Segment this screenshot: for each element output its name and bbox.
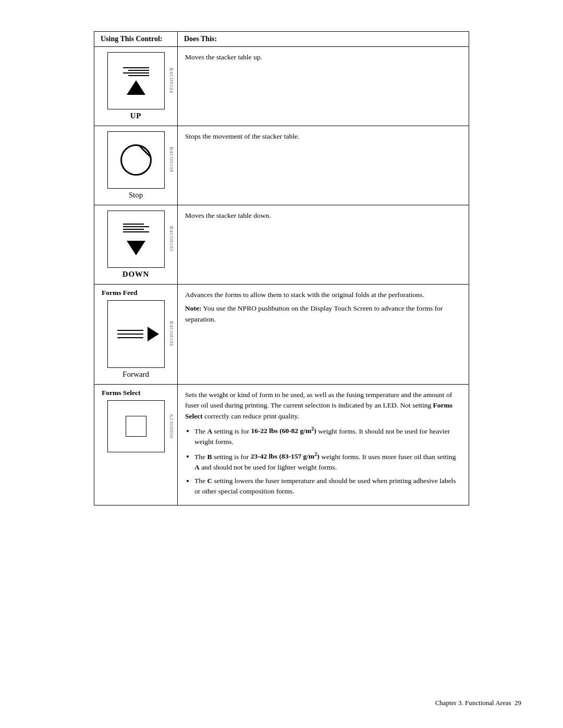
row-stop: R4CO0108 Stop Stops the movement of the … (94, 126, 469, 205)
forward-arrow-icon (148, 327, 159, 341)
down-image-wrapper: R4CO0105 (107, 211, 165, 268)
bullet-c-bold: C (207, 477, 212, 485)
forward-icon (108, 301, 164, 367)
bullet-a-bold: A (207, 427, 212, 435)
up-image-code: R4CO0104 (169, 52, 174, 109)
dline2 (123, 226, 149, 227)
dline4 (123, 231, 149, 232)
description-cell-forward: Advances the forms to allow them to stac… (178, 285, 469, 385)
bullet-c: The C setting lowers the fuser temperatu… (194, 476, 461, 497)
description-cell-down: Moves the stacker table down. (178, 205, 469, 285)
inner-square-shape (126, 416, 146, 437)
description-cell-stop: Stops the movement of the stacker table. (178, 126, 469, 205)
dline3 (123, 229, 144, 230)
dline1 (123, 224, 144, 225)
bullet-a: The A setting is for 16-22 lbs (60-82 g/… (194, 425, 461, 447)
fs-intro-text: Sets the weight or kind of form to be us… (185, 391, 452, 409)
control-cell-down: R4CO0105 DOWN (94, 205, 178, 285)
col-header-does: Does This: (178, 32, 469, 47)
forms-feed-section-label: Forms Feed (102, 289, 170, 297)
footer-page: 29 (515, 699, 521, 707)
forms-select-image-code: A23O0050 (169, 400, 174, 452)
fline3 (117, 337, 143, 338)
line3 (123, 72, 149, 73)
arrow-right-shape (148, 327, 159, 341)
down-icon (108, 211, 164, 267)
up-image-wrapper: R4CO0104 (107, 52, 165, 109)
line4 (128, 75, 149, 76)
forward-image-code: R4CO0100 (169, 300, 174, 368)
main-table: Using This Control: Does This: (94, 31, 469, 505)
forward-image-wrapper: R4CO0100 (107, 300, 165, 368)
row-forward: Forms Feed (94, 285, 469, 385)
forward-lines (117, 330, 143, 338)
page-footer: Chapter 3. Functional Areas 29 (435, 699, 521, 707)
down-control-image (107, 211, 165, 268)
fline1 (117, 330, 143, 331)
row-down: R4CO0105 DOWN Moves the stacker table do… (94, 205, 469, 285)
control-cell-forms-select: Forms Select A23O0050 (94, 385, 178, 505)
bullet-a-weight: 16-22 lbs (60-82 g/m2) (251, 427, 316, 435)
stop-description: Stops the movement of the stacker table. (185, 131, 461, 142)
forms-select-bullets: The A setting is for 16-22 lbs (60-82 g/… (194, 425, 461, 497)
forward-control-image (107, 300, 165, 368)
note-text: You use the NPRO pushbutton on the Displ… (185, 304, 443, 323)
bullet-b-super: 2 (314, 451, 317, 457)
up-icon (108, 53, 164, 109)
stop-image-code: R4CO0108 (169, 131, 174, 189)
up-label: UP (102, 112, 170, 120)
up-triangle (127, 80, 145, 95)
forms-select-icon (108, 401, 164, 452)
control-cell-stop: R4CO0108 Stop (94, 126, 178, 205)
fs-intro-end: correctly can reduce print quality. (203, 412, 299, 420)
forward-label: Forward (102, 370, 170, 379)
page-container: Using This Control: Does This: (0, 0, 563, 728)
forward-desc-note: Note: You use the NPRO pushbutton on the… (185, 303, 461, 325)
forms-select-section-label: Forms Select (102, 389, 170, 397)
bullet-b: The B setting is for 23-42 lbs (83-157 g… (194, 450, 461, 473)
line1 (123, 67, 149, 68)
control-cell-up: R4CO0104 UP (94, 47, 178, 126)
forward-desc-main: Advances the forms to allow them to stac… (185, 290, 461, 300)
stop-circle-icon (120, 144, 152, 176)
description-cell-up: Moves the stacker table up. (178, 47, 469, 126)
forms-select-image-wrapper: A23O0050 (107, 400, 165, 452)
description-cell-forms-select: Sets the weight or kind of form to be us… (178, 385, 469, 505)
forms-select-control-image (107, 400, 165, 452)
up-control-image (107, 52, 165, 109)
bullet-a-super: 2 (311, 426, 314, 431)
forms-select-intro: Sets the weight or kind of form to be us… (185, 390, 461, 422)
down-description: Moves the stacker table down. (185, 211, 461, 221)
note-label: Note: (185, 304, 201, 312)
down-image-code: R4CO0105 (169, 211, 174, 268)
bullet-b-a-ref: A (194, 463, 200, 471)
control-cell-forward: Forms Feed (94, 285, 178, 385)
down-stacked-lines (123, 224, 149, 232)
row-forms-select: Forms Select A23O0050 Sets the weight or… (94, 385, 469, 505)
stop-label: Stop (102, 191, 170, 200)
col-header-control: Using This Control: (94, 32, 178, 47)
stop-image-wrapper: R4CO0108 (107, 131, 165, 189)
bullet-b-weight: 23-42 lbs (83-157 g/m2) (251, 452, 320, 460)
up-stacked-lines (123, 67, 149, 76)
up-description: Moves the stacker table up. (185, 52, 461, 63)
fline2 (117, 334, 143, 335)
stop-control-image (107, 131, 165, 189)
line2 (128, 70, 149, 71)
row-up: R4CO0104 UP Moves the stacker table up. (94, 47, 469, 126)
down-triangle (127, 241, 145, 255)
footer-chapter: Chapter 3. Functional Areas (435, 699, 511, 707)
down-label: DOWN (102, 270, 170, 279)
bullet-b-bold: B (207, 452, 212, 460)
stop-icon-container (108, 132, 164, 188)
